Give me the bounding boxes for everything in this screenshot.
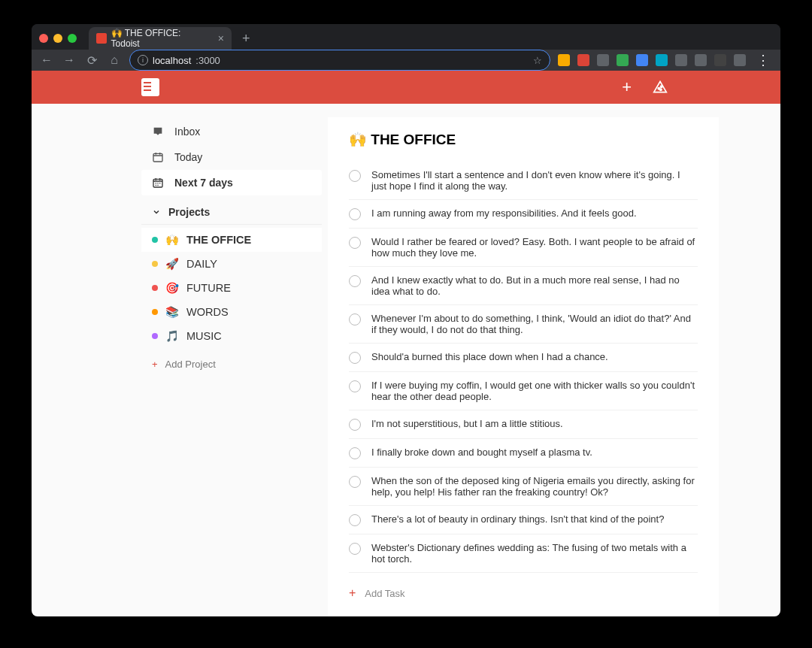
sidebar-project-words[interactable]: 📚WORDS bbox=[141, 300, 322, 324]
task-checkbox[interactable] bbox=[349, 313, 361, 326]
project-color-dot bbox=[152, 237, 158, 243]
task-text: Would I rather be feared or loved? Easy.… bbox=[371, 236, 698, 259]
task-row[interactable]: Would I rather be feared or loved? Easy.… bbox=[349, 229, 698, 267]
window-controls bbox=[39, 34, 77, 43]
maximize-window-button[interactable] bbox=[68, 34, 77, 43]
projects-header[interactable]: Projects bbox=[141, 195, 322, 221]
browser-tab[interactable]: 🙌 THE OFFICE: Todoist × bbox=[89, 27, 232, 50]
task-text: And I knew exactly what to do. But in a … bbox=[371, 274, 698, 297]
tab-favicon bbox=[96, 33, 107, 44]
browser-menu-button[interactable]: ⋮ bbox=[753, 52, 773, 68]
sidebar-item-next7[interactable]: Next 7 days bbox=[141, 170, 322, 195]
task-row[interactable]: Should'a burned this place down when I h… bbox=[349, 344, 698, 372]
project-emoji: 🎯 bbox=[165, 282, 179, 295]
add-project-button[interactable]: + Add Project bbox=[141, 348, 322, 380]
task-checkbox[interactable] bbox=[349, 380, 361, 392]
app-logo[interactable] bbox=[141, 78, 159, 96]
next7-icon bbox=[152, 177, 165, 189]
task-checkbox[interactable] bbox=[349, 447, 361, 459]
add-project-label: Add Project bbox=[165, 359, 216, 370]
quick-add-button[interactable]: + bbox=[622, 77, 632, 97]
sidebar-item-today[interactable]: Today bbox=[141, 144, 322, 170]
close-tab-icon[interactable]: × bbox=[218, 32, 224, 44]
task-text: Whenever I'm about to do something, I th… bbox=[371, 313, 698, 335]
task-checkbox[interactable] bbox=[349, 237, 361, 249]
project-emoji: 🚀 bbox=[165, 258, 179, 271]
task-text: Sometimes I'll start a sentence and I do… bbox=[371, 169, 698, 192]
url-host: localhost bbox=[153, 55, 191, 66]
extension-icon[interactable] bbox=[714, 54, 726, 66]
task-checkbox[interactable] bbox=[349, 543, 361, 555]
task-checkbox[interactable] bbox=[349, 275, 361, 287]
task-row[interactable]: When the son of the deposed king of Nige… bbox=[349, 468, 698, 506]
sidebar-project-music[interactable]: 🎵MUSIC bbox=[141, 324, 322, 348]
extension-icon[interactable] bbox=[636, 54, 648, 66]
home-button[interactable]: ⌂ bbox=[107, 53, 122, 67]
task-text: I'm not superstitious, but I am a little… bbox=[371, 418, 563, 431]
task-row[interactable]: Sometimes I'll start a sentence and I do… bbox=[349, 162, 698, 200]
project-name: DAILY bbox=[186, 258, 217, 270]
next7-label: Next 7 days bbox=[174, 177, 233, 189]
bookmark-star-icon[interactable]: ☆ bbox=[533, 55, 542, 66]
project-emoji: 📚 bbox=[165, 306, 179, 319]
minimize-window-button[interactable] bbox=[53, 34, 62, 43]
project-color-dot bbox=[152, 261, 158, 267]
task-row[interactable]: If I were buying my coffin, I would get … bbox=[349, 372, 698, 410]
site-info-icon[interactable]: i bbox=[138, 55, 148, 65]
close-window-button[interactable] bbox=[39, 34, 48, 43]
task-row[interactable]: I finally broke down and bought myself a… bbox=[349, 439, 698, 468]
task-text: I am running away from my responsibiliti… bbox=[371, 207, 637, 220]
plus-icon: + bbox=[152, 359, 158, 370]
task-row[interactable]: And I knew exactly what to do. But in a … bbox=[349, 267, 698, 305]
today-icon bbox=[152, 151, 165, 163]
extension-icon[interactable] bbox=[656, 54, 668, 66]
task-checkbox[interactable] bbox=[349, 208, 361, 220]
project-color-dot bbox=[152, 309, 158, 315]
sidebar-item-inbox[interactable]: Inbox bbox=[141, 119, 322, 144]
task-row[interactable]: There's a lot of beauty in ordinary thin… bbox=[349, 506, 698, 534]
task-checkbox[interactable] bbox=[349, 419, 361, 431]
task-text: When the son of the deposed king of Nige… bbox=[371, 475, 698, 498]
tab-title: 🙌 THE OFFICE: Todoist bbox=[111, 28, 209, 49]
sidebar-project-future[interactable]: 🎯FUTURE bbox=[141, 276, 322, 300]
task-row[interactable]: Whenever I'm about to do something, I th… bbox=[349, 305, 698, 344]
add-task-button[interactable]: + Add Task bbox=[349, 573, 698, 600]
reload-button[interactable]: ⟳ bbox=[84, 53, 99, 68]
task-checkbox[interactable] bbox=[349, 170, 361, 182]
sidebar-project-daily[interactable]: 🚀DAILY bbox=[141, 252, 322, 276]
extension-icon[interactable] bbox=[695, 54, 707, 66]
app-header: + bbox=[32, 71, 780, 104]
extension-icon[interactable] bbox=[617, 54, 629, 66]
pizza-icon[interactable] bbox=[653, 80, 668, 95]
task-row[interactable]: I'm not superstitious, but I am a little… bbox=[349, 410, 698, 439]
task-checkbox[interactable] bbox=[349, 476, 361, 488]
forward-button[interactable]: → bbox=[62, 53, 77, 67]
project-list: 🙌THE OFFICE🚀DAILY🎯FUTURE📚WORDS🎵MUSIC bbox=[141, 228, 322, 348]
today-label: Today bbox=[174, 151, 202, 163]
extension-icon[interactable] bbox=[597, 54, 609, 66]
chevron-down-icon bbox=[152, 207, 161, 217]
sidebar: Inbox Today Next 7 days bbox=[141, 104, 322, 616]
tab-strip: 🙌 THE OFFICE: Todoist × + bbox=[32, 24, 780, 50]
project-title-text: THE OFFICE bbox=[371, 132, 456, 147]
inbox-icon bbox=[152, 126, 165, 138]
task-row[interactable]: Webster's Dictionary defines wedding as:… bbox=[349, 534, 698, 573]
task-list: Sometimes I'll start a sentence and I do… bbox=[349, 162, 698, 573]
add-task-label: Add Task bbox=[365, 588, 404, 599]
project-name: MUSIC bbox=[186, 330, 222, 342]
back-button[interactable]: ← bbox=[39, 53, 54, 67]
task-checkbox[interactable] bbox=[349, 352, 361, 364]
new-tab-button[interactable]: + bbox=[238, 31, 255, 47]
address-bar[interactable]: i localhost:3000 ☆ bbox=[129, 50, 550, 71]
task-row[interactable]: I am running away from my responsibiliti… bbox=[349, 200, 698, 229]
project-name: FUTURE bbox=[186, 282, 231, 294]
extension-icon[interactable] bbox=[577, 54, 589, 66]
extension-icon[interactable] bbox=[734, 54, 746, 66]
extension-icon[interactable] bbox=[558, 54, 570, 66]
task-text: There's a lot of beauty in ordinary thin… bbox=[371, 513, 664, 526]
extension-icon[interactable] bbox=[675, 54, 687, 66]
project-color-dot bbox=[152, 285, 158, 291]
task-checkbox[interactable] bbox=[349, 514, 361, 526]
sidebar-divider bbox=[141, 224, 322, 225]
sidebar-project-the-office[interactable]: 🙌THE OFFICE bbox=[141, 228, 322, 252]
